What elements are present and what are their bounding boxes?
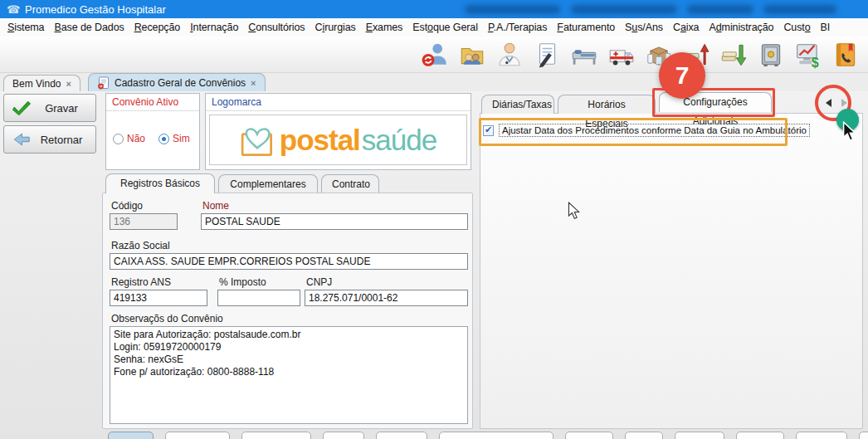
menu-item-bi[interactable]: BI [816,22,836,33]
tab-bem-vindo[interactable]: Bem Vindo × [3,75,80,91]
bottom-tab-stub[interactable] [165,432,230,439]
orange-highlight-rectangle [479,118,788,146]
menu-bar: SistemaBase de DadosRecepçãoInternaçãoCo… [0,18,868,37]
tab-horarios-especiais[interactable]: Horários Especiais [558,95,656,114]
nome-label: Nome [202,200,229,212]
razao-social-label: Razão Social [111,240,170,251]
mouse-cursor [568,202,580,220]
bottom-tab-stub[interactable] [675,432,724,439]
cnpj-label: CNPJ [306,276,332,288]
return-button[interactable]: Retornar [3,125,96,154]
blue-back-arrow-icon [12,130,31,149]
tab-contrato[interactable]: Contrato [321,174,379,193]
menu-item-faturamento[interactable]: Faturamento [552,22,620,33]
logo-text-postal: postal [280,124,360,157]
bottom-tab-stub[interactable] [108,432,154,439]
radio-selected-icon [158,134,169,144]
radio-sim-label: Sim [173,133,190,144]
menu-item-sistema[interactable]: Sistema [2,22,49,33]
bottom-tab-stub[interactable] [376,432,427,439]
imposto-input[interactable] [217,290,300,306]
redacted-title-text [571,5,677,14]
registros-basicos-panel: Código Nome Razão Social Registro ANS % … [102,193,473,429]
logo-text-saude: saúde [362,124,436,157]
menu-item-custo[interactable]: Custo [778,22,815,33]
window-title: Promedico Gestão Hospitalar [25,3,166,16]
bottom-tab-stub[interactable] [796,432,847,439]
tab-complementares[interactable]: Complementares [218,174,318,193]
doctor-icon[interactable] [494,39,525,71]
app-phone-icon: ☎ [7,3,19,16]
configuracoes-adicionais-panel [480,113,863,429]
bottom-tab-stub[interactable] [439,432,553,439]
razao-social-input[interactable] [110,253,468,270]
menu-item-cirurgias[interactable]: Cirurgias [310,22,361,33]
hospital-bed-icon[interactable] [568,39,600,71]
menu-item-exames[interactable]: Exames [361,22,408,33]
bottom-tab-row [108,432,868,439]
redacted-title-text [687,5,753,14]
tab-registros-basicos-label: Registros Básicos [120,178,200,189]
save-button-label: Gravar [39,102,84,115]
red-highlight-rectangle [652,88,775,117]
expense-down-icon[interactable] [718,39,749,71]
codigo-input [110,213,178,230]
tab-cadastro-geral-de-convenios[interactable]: Cadastro Geral de Convênios × [88,73,266,91]
toolbar: $ [0,37,868,73]
menu-item-recep-o[interactable]: Recepção [129,22,186,33]
tab-close-icon[interactable]: × [66,79,71,89]
tab-diarias-taxas-label: Diárias/Taxas [492,99,552,110]
observacoes-label: Observaçõs do Convênio [111,313,223,324]
envelope-heart-icon [240,124,278,159]
tab-contrato-label: Contrato [332,178,370,190]
green-check-icon [12,99,31,117]
svg-text:$: $ [812,55,819,68]
menu-item-consult-rios[interactable]: Consultórios [243,22,310,33]
menu-item-administra-o[interactable]: Administração [704,22,778,33]
registro-ans-label: Registro ANS [111,276,171,288]
menu-item-estoque-geral[interactable]: Estoque Geral [407,22,483,33]
bottom-tab-stub[interactable] [241,432,311,439]
tab-registros-basicos[interactable]: Registros Básicos [105,173,215,193]
refresh-user-icon[interactable] [419,39,451,71]
tab-diarias-taxas[interactable]: Diárias/Taxas [481,95,554,114]
radio-circle-icon [113,134,124,144]
save-button[interactable]: Gravar [3,94,96,122]
ambulance-icon[interactable] [606,39,637,71]
convenio-ativo-groupbox: Convênio Ativo Não Sim [105,93,200,170]
codigo-label: Código [111,200,143,212]
patient-folder-icon[interactable] [456,39,488,71]
bottom-tab-stub[interactable] [323,432,364,439]
tab-close-icon[interactable]: × [251,78,256,88]
postalsaude-logo: postal saúde [209,115,467,165]
bottom-tab-stub[interactable] [859,432,868,439]
convenio-ativo-title: Convênio Ativo [106,94,199,111]
nome-input[interactable] [201,213,468,230]
redacted-title-text [763,5,836,14]
mouse-cursor-click [842,121,856,142]
tab-cadastro-label: Cadastro Geral de Convênios [115,77,246,89]
radio-sim[interactable]: Sim [158,133,190,144]
bottom-tab-stub[interactable] [625,432,663,439]
financial-report-icon[interactable]: $ [792,39,824,71]
menu-item-p-a-terapias[interactable]: P.A./Terapias [483,22,552,33]
observacoes-textarea[interactable]: Site para Autorização: postalsaude.com.b… [110,326,468,424]
radio-nao[interactable]: Não [113,133,145,144]
menu-item-base-de-dados[interactable]: Base de Dados [49,22,129,33]
menu-item-interna-o[interactable]: Internação [185,22,243,33]
menu-item-sus-ans[interactable]: Sus/Ans [620,22,668,33]
logomarca-title: Logomarca [206,94,471,111]
menu-item-caixa[interactable]: Caixa [668,22,704,33]
tab-bem-vindo-label: Bem Vindo [12,78,61,90]
logomarca-groupbox: Logomarca postal saúde [205,93,471,170]
phone-directory-icon[interactable] [830,39,861,71]
radio-nao-label: Não [127,133,145,144]
registro-ans-input[interactable] [110,290,207,306]
cnpj-input[interactable] [305,290,468,306]
return-button-label: Retornar [39,134,84,146]
redacted-title-text [465,5,560,14]
bottom-tab-stub[interactable] [565,432,613,439]
bottom-tab-stub[interactable] [736,432,784,439]
contract-icon[interactable] [531,39,563,71]
safe-icon[interactable] [755,39,787,71]
